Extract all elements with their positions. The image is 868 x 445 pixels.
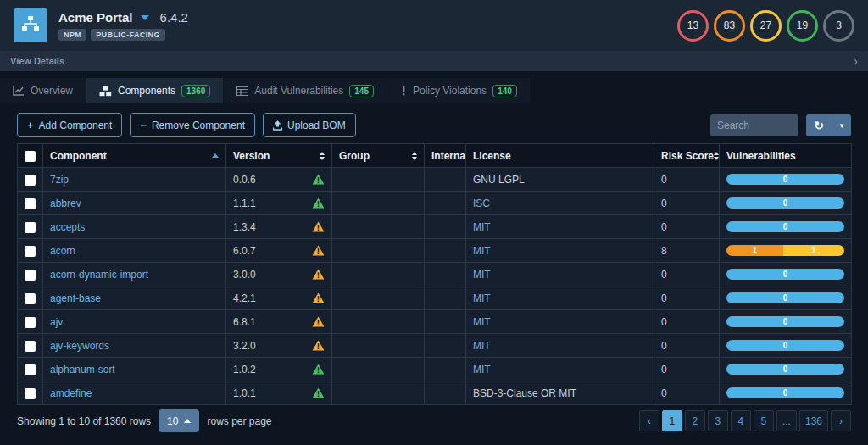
severity-circle-medium[interactable]: 27: [750, 10, 782, 42]
tab-components[interactable]: Components1360: [86, 78, 223, 103]
row-checkbox[interactable]: [25, 341, 36, 352]
component-link[interactable]: agent-base: [50, 292, 101, 304]
top-header: Acme Portal 6.4.2 NPMPUBLIC-FACING 13832…: [0, 0, 868, 51]
internal-cell: [425, 334, 466, 358]
license-link[interactable]: MIT: [473, 245, 491, 257]
components-table: ComponentVersionGroupInternalLicenseRisk…: [17, 143, 852, 405]
license-link[interactable]: MIT: [473, 340, 491, 352]
select-all-checkbox[interactable]: [25, 151, 36, 162]
pagination-page-5[interactable]: 5: [754, 410, 774, 431]
tab-audit-vulnerabilities[interactable]: Audit Vulnerabilities145: [224, 78, 387, 103]
row-checkbox[interactable]: [25, 246, 36, 257]
refresh-icon: ↻: [814, 119, 824, 132]
row-checkbox[interactable]: [25, 175, 36, 186]
pagination-page-1[interactable]: 1: [662, 410, 682, 431]
license-link[interactable]: MIT: [473, 364, 491, 375]
version-cell: 0.0.6: [226, 168, 332, 192]
view-details-bar[interactable]: View Details ›: [0, 51, 868, 71]
license-link[interactable]: ISC: [473, 197, 490, 209]
component-link[interactable]: amdefine: [50, 387, 92, 399]
group-cell: [332, 286, 425, 310]
component-link[interactable]: alphanum-sort: [50, 364, 115, 375]
column-header-version[interactable]: Version: [226, 144, 332, 168]
column-label: Vulnerabilities: [726, 150, 796, 162]
sort-ascending-icon[interactable]: [212, 153, 219, 158]
row-checkbox[interactable]: [25, 388, 36, 399]
vulnerability-bar: 0: [726, 340, 844, 351]
row-checkbox[interactable]: [25, 222, 36, 233]
row-checkbox[interactable]: [25, 270, 36, 281]
vulnerability-bar: 0: [726, 316, 844, 327]
add-component-button[interactable]: + Add Component: [17, 113, 122, 137]
risk-score-cell: 0: [654, 381, 720, 405]
column-header-component[interactable]: Component: [43, 144, 226, 168]
severity-circle-low[interactable]: 19: [787, 10, 818, 42]
column-header-group[interactable]: Group: [332, 144, 425, 168]
upload-bom-button[interactable]: Upload BOM: [263, 113, 356, 137]
remove-component-button[interactable]: − Remove Component: [130, 113, 255, 137]
license-cell: ISC: [466, 192, 654, 215]
group-cell: [332, 239, 425, 263]
row-select-cell: [18, 239, 43, 263]
row-checkbox[interactable]: [25, 364, 36, 375]
refresh-button[interactable]: ↻: [806, 114, 832, 136]
tab-count-badge: 145: [349, 85, 374, 97]
component-link[interactable]: acorn-dynamic-import: [50, 269, 148, 281]
project-dropdown-caret-icon[interactable]: [141, 15, 149, 20]
pagination: ‹12345...136›: [639, 410, 851, 431]
group-cell: [332, 358, 425, 381]
component-link[interactable]: acorn: [50, 245, 75, 257]
component-link[interactable]: ajv: [50, 316, 63, 328]
chevron-right-icon[interactable]: ›: [854, 55, 858, 67]
pagination-ellipsis[interactable]: ...: [776, 410, 797, 431]
table-row: amdefine1.0.1BSD-3-Clause OR MIT00: [18, 381, 852, 405]
version-outdated-warning-icon: [312, 316, 325, 327]
sort-icon[interactable]: [320, 152, 325, 160]
row-select-cell: [18, 215, 43, 239]
internal-cell: [425, 286, 466, 310]
row-checkbox[interactable]: [25, 198, 36, 209]
pagination-page-4[interactable]: 4: [731, 410, 751, 431]
refresh-dropdown-button[interactable]: ▾: [832, 114, 851, 136]
sort-icon[interactable]: [714, 152, 719, 160]
severity-circle-unassigned[interactable]: 3: [823, 10, 854, 42]
add-component-label: Add Component: [39, 120, 113, 131]
table-icon: [236, 86, 248, 96]
table-row: acorn-dynamic-import3.0.0MIT00: [18, 263, 852, 286]
row-checkbox[interactable]: [25, 317, 36, 328]
pagination-prev[interactable]: ‹: [639, 410, 659, 431]
plus-icon: +: [27, 120, 34, 131]
severity-circle-high[interactable]: 83: [714, 10, 745, 42]
license-link[interactable]: MIT: [473, 221, 491, 233]
column-label: License: [473, 150, 511, 162]
row-checkbox[interactable]: [25, 293, 36, 304]
license-link[interactable]: MIT: [473, 269, 491, 281]
component-link[interactable]: 7zip: [50, 174, 69, 186]
component-cell: accepts: [43, 215, 226, 239]
pagination-page-136[interactable]: 136: [799, 410, 828, 431]
pagination-page-2[interactable]: 2: [685, 410, 705, 431]
row-select-cell: [18, 192, 43, 215]
column-header-vulnerabilities: Vulnerabilities: [720, 144, 852, 168]
search-input[interactable]: [710, 114, 798, 136]
pagination-page-3[interactable]: 3: [708, 410, 728, 431]
severity-circle-critical[interactable]: 13: [677, 10, 709, 42]
vulnerabilities-cell: 0: [720, 215, 852, 239]
license-cell: MIT: [466, 310, 654, 334]
version-cell: 4.2.1: [226, 286, 332, 310]
license-cell: MIT: [466, 286, 654, 310]
license-link[interactable]: MIT: [473, 316, 491, 328]
component-cell: ajv: [43, 310, 226, 334]
component-link[interactable]: accepts: [50, 221, 85, 233]
tab-policy-violations[interactable]: Policy Violations140: [387, 78, 530, 103]
component-cell: acorn-dynamic-import: [43, 263, 226, 286]
vulnerabilities-cell: 0: [720, 358, 852, 381]
license-link[interactable]: MIT: [473, 292, 491, 304]
sort-icon[interactable]: [412, 152, 417, 160]
component-link[interactable]: ajv-keywords: [50, 340, 109, 352]
page-size-dropdown[interactable]: 10: [159, 409, 199, 432]
component-link[interactable]: abbrev: [50, 197, 81, 209]
column-header-risk-score[interactable]: Risk Score: [654, 144, 720, 168]
tab-overview[interactable]: Overview: [0, 78, 86, 103]
pagination-next[interactable]: ›: [831, 410, 851, 431]
